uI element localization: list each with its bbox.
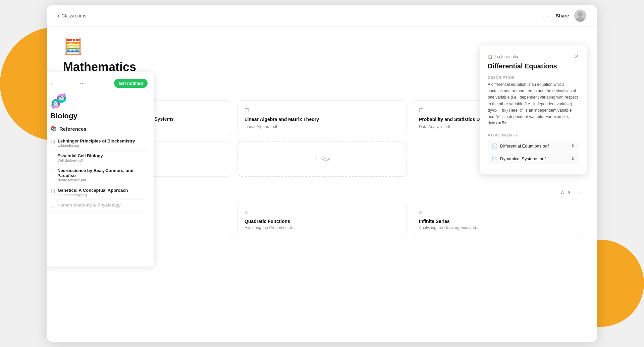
- detail-panel: 📋 Lecture notes ✕ Differential Equations…: [480, 45, 587, 174]
- main-container: ‹ Classrooms ··· Share 🧮 Mathematics 📋 L…: [47, 5, 597, 342]
- lecture-note-card-2[interactable]: ☐ Linear Algebra and Matrix Theory Linea…: [237, 100, 407, 136]
- detail-description: A differential equation is an equation w…: [488, 81, 579, 126]
- card-subtitle-2: Linear Algebra.pdf: [245, 124, 399, 129]
- doc-icon-3: ☐: [419, 107, 424, 114]
- ref-item-5[interactable]: ☐ Human Anatomy & Physiology: [50, 200, 148, 212]
- references-text: References: [59, 126, 87, 132]
- avatar[interactable]: [574, 10, 586, 22]
- attachment-download-button-1[interactable]: ⬇: [571, 143, 575, 149]
- ref-title-4: Genetics: A Conceptual Approach: [58, 188, 128, 193]
- ref-subtitle-1: wikipedia.org: [58, 143, 135, 148]
- ref-doc-icon-2: ☐: [50, 154, 55, 159]
- nav-right: ··· Share: [543, 10, 586, 22]
- svg-point-0: [578, 12, 583, 17]
- detail-description-label: Description: [488, 75, 579, 79]
- navbar: ‹ Classrooms ··· Share: [47, 5, 597, 26]
- new-label: New: [320, 156, 330, 162]
- ref-doc-icon-5: ☐: [50, 203, 55, 209]
- homework-more-button[interactable]: ···: [574, 188, 581, 195]
- hw-card-title-2: Quadratic Functions: [245, 219, 399, 224]
- nav-more-icon[interactable]: ···: [543, 12, 550, 19]
- homework-collapse-down-button[interactable]: ∨: [567, 189, 571, 195]
- ref-subtitle-3: Neuroscience.pdf: [57, 178, 148, 182]
- ref-subtitle-2: Cell Biology.pdf: [57, 158, 103, 162]
- svg-point-1: [576, 17, 584, 22]
- attachment-download-button-2[interactable]: ⬇: [571, 156, 575, 161]
- back-arrow-icon: ‹: [58, 13, 59, 19]
- homework-controls: ∧ ∨ ···: [560, 188, 581, 195]
- lecture-note-new-card[interactable]: + New: [237, 141, 407, 177]
- detail-close-button[interactable]: ✕: [575, 53, 579, 60]
- panel-more-icon[interactable]: ···: [79, 80, 87, 87]
- attachment-name-2: 📄 Dynamical Systems.pdf: [492, 156, 546, 161]
- homework-card-2[interactable]: ≡ Quadratic Functions Exploring the Prop…: [237, 203, 407, 237]
- detail-panel-header: 📋 Lecture notes ✕: [488, 53, 579, 60]
- pdf-icon-1: 📄: [492, 143, 497, 149]
- get-notified-button[interactable]: Get notified: [114, 79, 148, 88]
- attachment-name-1: 📄 Differential Equations.pdf: [492, 143, 549, 149]
- homework-collapse-up-button[interactable]: ∧: [560, 189, 565, 195]
- ref-link-icon-1: ⛓: [50, 139, 55, 144]
- biology-panel-header: ‹ ··· Get notified: [50, 79, 148, 88]
- ref-item-1[interactable]: ⛓ Lehninger Principles of Biochemistry w…: [50, 136, 148, 151]
- ref-item-2[interactable]: ☐ Essential Cell Biology Cell Biology.pd…: [50, 151, 148, 165]
- hw-doc-icon-3: ≡: [419, 210, 422, 216]
- biology-icon: 🧬: [50, 93, 148, 109]
- homework-card-3[interactable]: ≡ Infinite Series Analyzing the Converge…: [412, 203, 581, 237]
- references-icon: 📚: [50, 126, 57, 132]
- ref-link-icon-4: ⛓: [50, 188, 55, 194]
- ref-title-5: Human Anatomy & Physiology: [57, 203, 121, 208]
- ref-title-2: Essential Cell Biology: [57, 153, 103, 158]
- attachment-filename-1: Differential Equations.pdf: [500, 143, 549, 149]
- references-label: 📚 References: [50, 126, 148, 132]
- hw-card-title-3: Infinite Series: [419, 219, 574, 224]
- detail-type-icon: 📋: [488, 54, 493, 59]
- biology-panel: ‹ ··· Get notified 🧬 Biology 📚 Reference…: [47, 72, 154, 267]
- ref-title-3: Neuroscience by Bear, Connors, and Parad…: [57, 168, 148, 178]
- ref-doc-icon-3: ☐: [50, 169, 55, 174]
- hw-card-subtitle-2: Exploring the Properties of...: [245, 225, 399, 230]
- detail-title: Differential Equations: [488, 62, 579, 70]
- new-plus-icon: +: [314, 156, 318, 163]
- nav-back-button[interactable]: ‹ Classrooms: [58, 13, 86, 19]
- attachment-filename-2: Dynamical Systems.pdf: [500, 156, 546, 161]
- attachment-row-1[interactable]: 📄 Differential Equations.pdf ⬇: [488, 140, 579, 151]
- detail-type-label: Lecture notes: [495, 54, 519, 59]
- hw-doc-icon-2: ≡: [245, 210, 248, 216]
- ref-item-3[interactable]: ☐ Neuroscience by Bear, Connors, and Par…: [50, 165, 148, 185]
- ref-title-1: Lehninger Principles of Biochemistry: [58, 138, 135, 143]
- attachment-row-2[interactable]: 📄 Dynamical Systems.pdf ⬇: [488, 153, 579, 164]
- panel-back-icon[interactable]: ‹: [50, 81, 52, 86]
- ref-subtitle-4: khanacademy.org: [58, 193, 128, 197]
- biology-title: Biology: [50, 112, 148, 120]
- hw-card-subtitle-3: Analyzing the Convergence and...: [419, 225, 574, 230]
- card-title-2: Linear Algebra and Matrix Theory: [245, 116, 399, 123]
- detail-panel-type: 📋 Lecture notes: [488, 54, 519, 59]
- share-button[interactable]: Share: [556, 13, 569, 18]
- doc-icon-2: ☐: [245, 107, 249, 114]
- pdf-icon-2: 📄: [492, 156, 497, 161]
- ref-item-4[interactable]: ⛓ Genetics: A Conceptual Approach khanac…: [50, 185, 148, 200]
- back-label: Classrooms: [61, 13, 86, 18]
- detail-attachments-label: Attachments: [488, 133, 579, 137]
